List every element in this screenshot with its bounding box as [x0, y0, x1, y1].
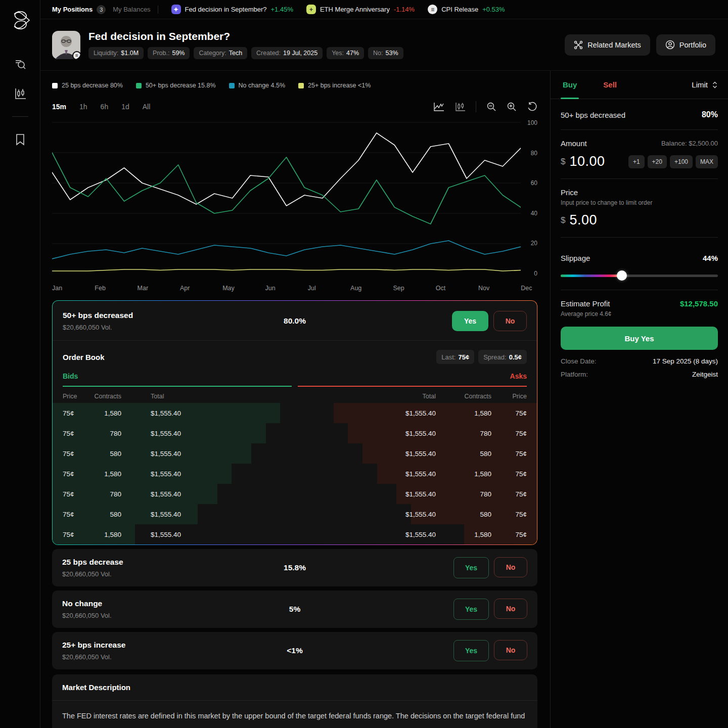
portfolio-button[interactable]: Portfolio [656, 34, 715, 56]
ticker-item[interactable]: ✦ Fed decision in September? +1.45% [171, 5, 293, 14]
yes-button[interactable]: Yes [452, 311, 488, 331]
amount-input[interactable]: 10.00 [569, 154, 605, 169]
ticker-item[interactable]: + ETH Merge Anniversary -1.14% [306, 5, 415, 14]
sidebar [0, 0, 40, 728]
markets-chart-icon[interactable] [14, 87, 27, 100]
order-book-row[interactable]: 75¢ 780 $1,555.40 $1,555.40 780 75¢ [53, 484, 537, 504]
slippage-handle[interactable] [617, 270, 627, 281]
ticker-item[interactable]: ≡ CPI Release +0.53% [428, 5, 505, 14]
bid-price: 75¢ [63, 450, 91, 458]
sell-tab[interactable]: Sell [601, 71, 619, 99]
ask-total-header: Total [295, 393, 436, 400]
close-date-label: Close Date: [561, 357, 597, 365]
yes-button[interactable]: Yes [453, 557, 489, 578]
bid-total: $1,555.40 [121, 450, 295, 458]
quick-amount-button[interactable]: +1 [628, 155, 645, 168]
order-book-column-headers: Price Contracts Total Total Contracts Pr… [53, 387, 537, 403]
stat-label: Category: [199, 50, 226, 57]
order-book-row[interactable]: 75¢ 780 $1,555.40 $1,555.40 780 75¢ [53, 423, 537, 443]
time-range-button[interactable]: 15m [52, 103, 66, 111]
yes-button[interactable]: Yes [453, 640, 489, 661]
related-markets-button[interactable]: Related Markets [565, 34, 650, 56]
bid-contracts: 580 [91, 511, 121, 518]
time-range-button[interactable]: 6h [101, 103, 109, 111]
no-button[interactable]: No [493, 311, 527, 331]
last-value: 75¢ [458, 353, 469, 361]
order-book-row[interactable]: 75¢ 580 $1,555.40 $1,555.40 580 75¢ [53, 443, 537, 464]
outcome-percent: 15.8% [284, 563, 306, 572]
slippage-slider[interactable] [561, 270, 718, 281]
my-balances-tab[interactable]: My Balances [113, 6, 150, 13]
line-chart-icon[interactable] [433, 102, 444, 112]
order-book-row[interactable]: 75¢ 1,580 $1,555.40 $1,555.40 1,580 75¢ [53, 464, 537, 484]
stat-label: No: [373, 50, 383, 57]
no-button[interactable]: No [494, 599, 527, 619]
no-button[interactable]: No [494, 640, 527, 660]
average-price: Average price 4.6¢ [561, 310, 718, 317]
y-axis-tick: 100 [527, 119, 537, 126]
legend-swatch [52, 83, 58, 88]
zoom-in-icon[interactable] [507, 102, 517, 112]
ask-contracts-header: Contracts [436, 393, 491, 400]
zeitgeist-logo[interactable] [7, 7, 33, 33]
quick-amount-button[interactable]: +20 [648, 155, 667, 168]
ask-contracts: 1,580 [436, 470, 491, 478]
spread-value: 0.5¢ [509, 353, 522, 361]
last-label: Last: [441, 353, 456, 361]
time-range-button[interactable]: All [143, 103, 151, 111]
bid-contracts: 1,580 [91, 470, 121, 478]
bids-tab[interactable]: Bids [63, 372, 78, 380]
search-filter-icon[interactable] [14, 58, 27, 71]
my-positions-label: My Positions [52, 6, 93, 13]
bookmark-icon[interactable] [14, 133, 27, 146]
y-axis-tick: 80 [531, 150, 537, 157]
order-book-row[interactable]: 75¢ 1,580 $1,555.40 $1,555.40 1,580 75¢ [53, 403, 537, 423]
legend-swatch [229, 83, 235, 88]
outcome-name: 50+ bps decreased [63, 311, 133, 320]
market-description-text: The FED interest rates are defined in th… [52, 701, 537, 728]
my-positions-tab[interactable]: My Positions 3 [52, 5, 106, 14]
stat-label: Liquidity: [94, 50, 118, 57]
bid-price: 75¢ [63, 511, 91, 518]
estimate-profit-label: Estimate Profit [561, 299, 610, 308]
order-book-row[interactable]: 75¢ 1,580 $1,555.40 $1,555.40 1,580 75¢ [53, 524, 537, 544]
outcome-percent: 80.0% [284, 316, 306, 326]
y-axis-tick: 20 [531, 240, 537, 247]
currency-symbol: $ [561, 215, 565, 225]
price-input[interactable]: 5.00 [569, 212, 597, 228]
order-book-row[interactable]: 75¢ 580 $1,555.40 $1,555.40 580 75¢ [53, 504, 537, 524]
outcome-name: 25+ bps increase [62, 641, 125, 650]
price-chart[interactable]: 100806040200 [52, 119, 537, 277]
x-axis-month: Dec [521, 285, 550, 292]
market-avatar: ≡ [52, 31, 80, 59]
market-header: ≡ Fed decision in September? Liquidity: … [40, 19, 728, 71]
asks-tab[interactable]: Asks [510, 372, 527, 380]
ticker-item-icon: ≡ [428, 5, 437, 14]
platform-value: Zeitgeist [692, 371, 718, 378]
no-button[interactable]: No [494, 557, 527, 577]
ask-contracts: 780 [436, 430, 491, 437]
quick-amount-button[interactable]: +100 [670, 155, 693, 168]
bid-price: 75¢ [63, 470, 91, 478]
bid-price: 75¢ [63, 410, 91, 417]
zoom-out-icon[interactable] [486, 102, 496, 112]
candlestick-chart-icon[interactable] [454, 102, 466, 112]
quick-amount-button[interactable]: MAX [696, 155, 718, 168]
yes-button[interactable]: Yes [453, 599, 489, 620]
ask-total: $1,555.40 [295, 511, 436, 518]
reset-zoom-icon[interactable] [527, 102, 537, 112]
spread-badge: Spread: 0.5¢ [478, 350, 527, 364]
chart-canvas[interactable] [52, 119, 521, 277]
ask-total: $1,555.40 [295, 490, 436, 498]
ticker-item-label: CPI Release [441, 6, 478, 13]
order-type-select[interactable]: Limit [692, 80, 718, 89]
time-range-button[interactable]: 1h [79, 103, 87, 111]
time-range-button[interactable]: 1d [121, 103, 129, 111]
ticker-item-icon: + [306, 5, 316, 14]
ask-price: 75¢ [491, 531, 527, 538]
buy-yes-button[interactable]: Buy Yes [561, 327, 718, 350]
stat-value: 53% [386, 50, 398, 57]
market-stats-row: Liquidity: $1.0M Prob.: 59% Category: Te… [88, 47, 565, 59]
ticker-item-change: +1.45% [270, 6, 293, 13]
buy-tab[interactable]: Buy [561, 71, 579, 99]
